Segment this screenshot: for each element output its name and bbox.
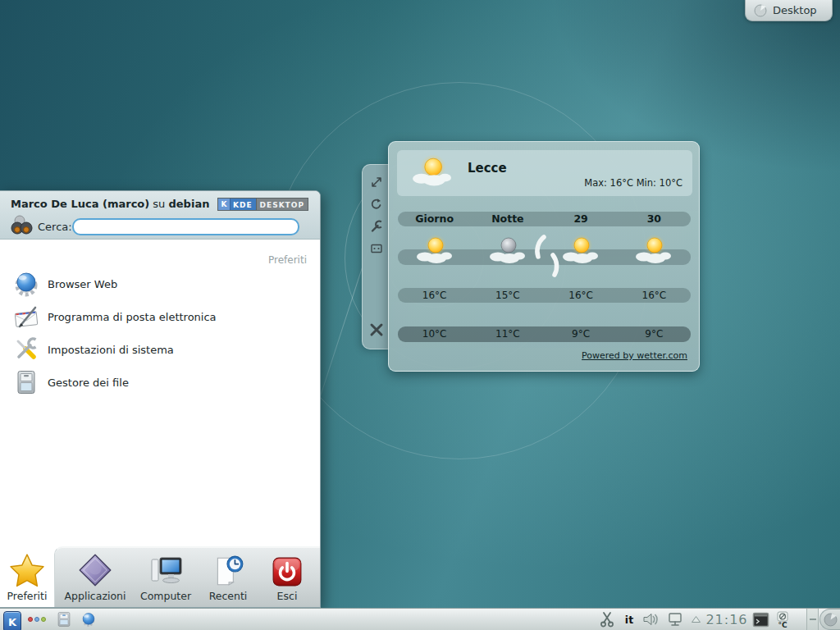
panel-divider-widget bbox=[806, 609, 819, 630]
weather-day-labels: Giorno Notte 29 30 bbox=[398, 212, 691, 226]
tab-label: Applicazioni bbox=[65, 590, 126, 602]
volume-icon bbox=[642, 612, 659, 627]
binoculars-icon bbox=[10, 214, 34, 237]
menu-item-system-settings[interactable]: Impostazioni di sistema bbox=[0, 333, 320, 366]
weather-tray-icon bbox=[777, 611, 788, 622]
high-temp: 16°C bbox=[545, 288, 618, 303]
kde-desktop-badge: K KDE DESKTOP bbox=[217, 198, 308, 211]
menu-item-file-manager[interactable]: Gestore dei file bbox=[0, 366, 320, 399]
menu-item-email[interactable]: Programma di posta elettronica bbox=[0, 300, 320, 333]
wrench-icon[interactable] bbox=[368, 217, 386, 235]
tab-label: Recenti bbox=[209, 590, 248, 602]
high-temp: 16°C bbox=[618, 288, 691, 303]
weather-low-temps: 10°C 11°C 9°C 9°C bbox=[398, 326, 691, 342]
taskbar-panel: K bbox=[0, 608, 840, 630]
crossed-tools-icon bbox=[13, 336, 39, 363]
low-temp: 11°C bbox=[471, 326, 544, 342]
file-manager-launcher[interactable] bbox=[54, 609, 74, 630]
weather-header: Lecce Max: 16°C Min: 10°C bbox=[397, 150, 692, 196]
search-input[interactable] bbox=[72, 218, 299, 235]
weather-city: Lecce bbox=[468, 161, 507, 176]
power-icon bbox=[272, 556, 303, 587]
menu-item-label: Gestore dei file bbox=[48, 377, 129, 389]
tab-preferiti[interactable]: Preferiti bbox=[0, 546, 54, 607]
high-temp: 15°C bbox=[471, 288, 544, 303]
volume-tray-item[interactable] bbox=[641, 609, 660, 630]
computer-icon bbox=[148, 555, 184, 587]
badge-kde-label: KDE bbox=[231, 199, 256, 210]
day-label: 30 bbox=[618, 212, 691, 226]
sun-cloud-icon bbox=[562, 235, 598, 266]
tab-recenti[interactable]: Recenti bbox=[199, 546, 257, 607]
purple-diamond-icon bbox=[78, 553, 112, 587]
day-label: Giorno bbox=[398, 212, 471, 226]
low-temp: 9°C bbox=[545, 326, 618, 342]
settings-icon[interactable] bbox=[368, 240, 386, 258]
red-dot-icon bbox=[28, 617, 33, 622]
scissors-icon bbox=[600, 611, 614, 628]
weather-credit-link[interactable]: Powered by wetter.com bbox=[582, 350, 687, 361]
tab-label: Preferiti bbox=[7, 590, 48, 602]
user-name: Marco De Luca (marco) bbox=[11, 198, 149, 210]
tab-label: Computer bbox=[140, 590, 191, 602]
file-cabinet-icon bbox=[56, 611, 72, 628]
rotate-icon[interactable] bbox=[368, 195, 386, 213]
kickoff-tabbar: Preferiti Applicazioni Compute bbox=[0, 546, 320, 607]
network-monitor-icon bbox=[667, 611, 683, 628]
file-cabinet-icon bbox=[13, 369, 39, 395]
plasma-cashew-icon bbox=[824, 613, 838, 627]
sun-cloud-icon bbox=[635, 235, 671, 266]
kde-gear-icon: K bbox=[218, 199, 231, 210]
weather-tray-item[interactable]: °C bbox=[774, 609, 792, 630]
tab-applicazioni[interactable]: Applicazioni bbox=[57, 546, 133, 607]
web-browser-launcher[interactable] bbox=[79, 609, 98, 630]
keyboard-layout-indicator[interactable]: it bbox=[621, 609, 637, 630]
widget-handle[interactable] bbox=[362, 164, 390, 349]
desktop: Desktop Lecce Max bbox=[0, 0, 840, 630]
user-host-title: Marco De Luca (marco) su debian bbox=[11, 198, 209, 210]
kickoff-header: Marco De Luca (marco) su debian K KDE DE… bbox=[0, 191, 320, 240]
title-separator: su bbox=[149, 198, 168, 210]
weather-unit-label: °C bbox=[778, 622, 787, 628]
search-label: Cerca: bbox=[38, 221, 72, 233]
menu-item-label: Programma di posta elettronica bbox=[48, 311, 217, 323]
tray-expander[interactable] bbox=[688, 609, 703, 630]
menu-item-browser-web[interactable]: Browser Web bbox=[0, 267, 320, 300]
blue-dot-icon bbox=[34, 617, 39, 622]
panel-cashew-button[interactable] bbox=[819, 609, 840, 630]
close-icon[interactable] bbox=[368, 321, 386, 339]
day-label: Notte bbox=[471, 212, 544, 226]
tab-computer[interactable]: Computer bbox=[134, 546, 198, 607]
menu-item-label: Impostazioni di sistema bbox=[48, 344, 174, 356]
kickoff-favorites-list: Preferiti Browser Web bbox=[0, 240, 320, 546]
green-dot-icon bbox=[41, 617, 46, 622]
badge-desktop-label: DESKTOP bbox=[256, 199, 308, 210]
weather-widget: Lecce Max: 16°C Min: 10°C Giorno Notte 2… bbox=[388, 141, 700, 372]
star-icon bbox=[9, 553, 45, 587]
low-temp: 9°C bbox=[618, 326, 691, 342]
menu-item-label: Browser Web bbox=[48, 278, 117, 290]
plasma-cashew-icon bbox=[754, 4, 767, 17]
sun-cloud-icon bbox=[412, 154, 451, 189]
clipboard-tray-item[interactable] bbox=[598, 609, 616, 630]
host-name: debian bbox=[169, 198, 210, 210]
tab-label: Esci bbox=[277, 590, 298, 602]
activity-dots[interactable] bbox=[26, 609, 48, 630]
globe-gear-icon bbox=[80, 611, 97, 628]
low-temp: 10°C bbox=[398, 326, 471, 342]
resize-icon[interactable] bbox=[368, 173, 386, 191]
desktop-toolbox-label: Desktop bbox=[773, 4, 817, 16]
moon-cloud-icon bbox=[489, 235, 525, 266]
network-tray-item[interactable] bbox=[665, 609, 685, 630]
weather-summary: Max: 16°C Min: 10°C bbox=[584, 177, 682, 189]
panel-clock[interactable]: 21:16 bbox=[704, 609, 750, 630]
tab-esci[interactable]: Esci bbox=[259, 546, 315, 607]
kde-menu-button[interactable]: K bbox=[3, 611, 21, 630]
sun-cloud-icon bbox=[416, 235, 452, 266]
kickoff-menu: Marco De Luca (marco) su debian K KDE DE… bbox=[0, 190, 321, 608]
desktop-toolbox-button[interactable]: Desktop bbox=[745, 0, 833, 21]
expand-arrow-icon bbox=[691, 614, 701, 624]
terminal-icon bbox=[752, 612, 769, 628]
terminal-tray-item[interactable] bbox=[751, 609, 770, 630]
envelope-pen-icon bbox=[13, 304, 39, 330]
